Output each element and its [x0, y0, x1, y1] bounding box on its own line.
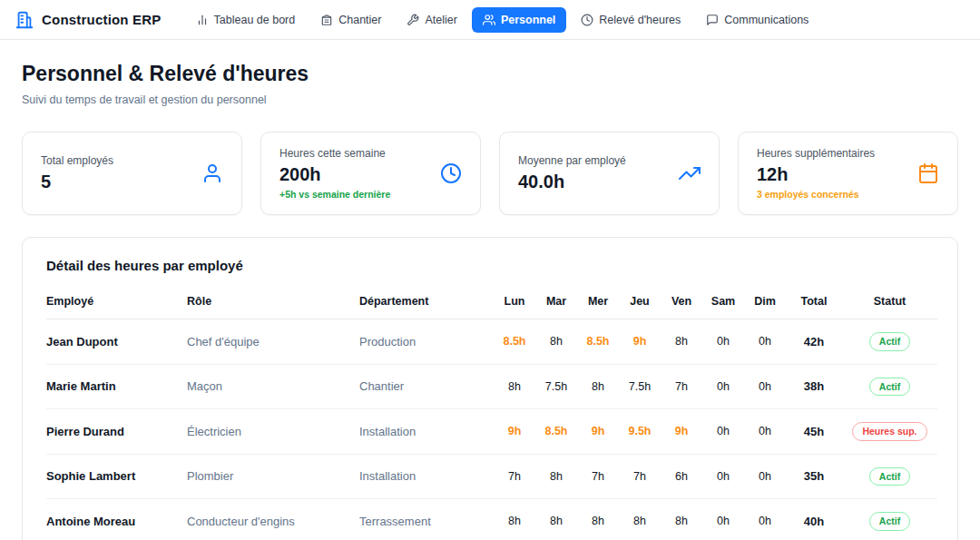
employee-total-hours: 38h: [786, 364, 842, 409]
app-brand: Construction ERP: [15, 10, 162, 30]
stat-label: Total employés: [41, 154, 113, 167]
day-hours-cell: 0h: [702, 319, 744, 365]
day-hours-cell: 7.5h: [535, 364, 577, 409]
status-cell: Actif: [842, 499, 937, 540]
day-hours-cell: 8h: [494, 499, 535, 540]
nav-item-label: Relevé d'heures: [599, 14, 681, 26]
day-hours-cell: 0h: [744, 499, 786, 540]
table-row: Antoine MoreauConducteur d'enginsTerrass…: [46, 499, 937, 540]
col-header-status: Statut: [842, 286, 937, 319]
building-icon: [15, 10, 34, 30]
stat-label: Heures cette semaine: [279, 147, 390, 160]
day-hours-cell: 8h: [577, 364, 619, 409]
nav-item-releve-d-heures[interactable]: Relevé d'heures: [570, 7, 691, 33]
nav-item-atelier[interactable]: Atelier: [396, 7, 467, 33]
day-hours-cell: 8h: [535, 454, 577, 499]
status-badge: Actif: [869, 512, 910, 531]
col-header-sun: Dim: [744, 286, 786, 319]
day-hours-cell: 8.5h: [577, 319, 619, 365]
page-title: Personnel & Relevé d'heures: [22, 62, 958, 86]
col-header-employee: Employé: [46, 286, 187, 319]
status-cell: Actif: [842, 319, 937, 365]
clock-icon: [440, 162, 462, 184]
day-hours-cell: 9.5h: [619, 409, 661, 455]
hours-detail-card: Détail des heures par employé Employé Rô…: [22, 237, 958, 540]
user-icon: [201, 162, 223, 184]
users-icon: [483, 14, 495, 26]
day-hours-cell: 9h: [577, 409, 619, 455]
day-hours-cell: 8h: [535, 499, 577, 540]
employee-role: Plombier: [187, 454, 359, 499]
table-title: Détail des heures par employé: [46, 258, 934, 273]
chat-icon: [706, 14, 719, 26]
employee-name: Antoine Moreau: [46, 499, 187, 540]
nav-item-tableau-de-bord[interactable]: Tableau de bord: [185, 7, 307, 33]
day-hours-cell: 8.5h: [494, 319, 535, 365]
day-hours-cell: 8h: [577, 499, 619, 540]
employee-table-body: Jean DupontChef d'équipeProduction8.5h8h…: [46, 319, 937, 540]
employee-department: Terrassement: [359, 499, 494, 540]
employee-department: Production: [359, 319, 494, 365]
day-hours-cell: 8h: [535, 319, 577, 365]
employee-total-hours: 40h: [786, 499, 842, 540]
day-hours-cell: 0h: [702, 409, 744, 455]
employee-total-hours: 42h: [786, 319, 842, 365]
day-hours-cell: 0h: [702, 499, 744, 540]
top-nav-bar: Construction ERP Tableau de bord Chantie…: [0, 0, 980, 40]
employee-hours-table: Employé Rôle Département Lun Mar Mer Jeu…: [46, 286, 937, 540]
day-hours-cell: 0h: [744, 364, 786, 409]
nav-item-label: Personnel: [501, 14, 555, 26]
table-row: Jean DupontChef d'équipeProduction8.5h8h…: [46, 319, 937, 365]
col-header-department: Département: [359, 286, 494, 319]
trending-up-icon: [679, 162, 701, 184]
employee-name: Marie Martin: [46, 364, 187, 409]
stat-card-average-per-employee: Moyenne par employé 40.0h: [499, 132, 720, 215]
nav-item-label: Tableau de bord: [214, 14, 296, 26]
wrench-icon: [407, 14, 419, 26]
employee-name: Jean Dupont: [46, 319, 187, 365]
employee-department: Installation: [359, 409, 494, 455]
table-row: Pierre DurandÉlectricienInstallation9h8.…: [46, 409, 937, 455]
stat-value: 5: [41, 172, 113, 192]
building-icon: [320, 14, 333, 26]
day-hours-cell: 8h: [661, 319, 702, 365]
stats-row: Total employés 5 Heures cette semaine 20…: [22, 132, 958, 215]
status-cell: Actif: [842, 454, 937, 499]
employee-role: Maçon: [187, 364, 359, 409]
employee-name: Sophie Lambert: [46, 454, 187, 499]
status-cell: Heures sup.: [842, 409, 937, 455]
employee-total-hours: 45h: [786, 409, 842, 455]
col-header-total: Total: [786, 286, 842, 319]
col-header-sat: Sam: [702, 286, 744, 319]
table-header-row: Employé Rôle Département Lun Mar Mer Jeu…: [46, 286, 937, 319]
day-hours-cell: 9h: [619, 319, 661, 365]
page-subtitle: Suivi du temps de travail et gestion du …: [22, 93, 958, 106]
day-hours-cell: 0h: [702, 364, 744, 409]
day-hours-cell: 7h: [661, 364, 702, 409]
day-hours-cell: 8h: [619, 499, 661, 540]
employee-role: Électricien: [187, 409, 359, 455]
status-cell: Actif: [842, 364, 937, 409]
clock-icon: [581, 14, 593, 26]
day-hours-cell: 7h: [577, 454, 619, 499]
stat-card-hours-this-week: Heures cette semaine 200h +5h vs semaine…: [260, 132, 481, 215]
stat-value: 200h: [279, 164, 390, 185]
stat-card-total-employees: Total employés 5: [22, 132, 242, 215]
app-title: Construction ERP: [42, 12, 162, 27]
day-hours-cell: 6h: [661, 454, 702, 499]
stat-note: +5h vs semaine dernière: [279, 189, 390, 200]
main-content: Personnel & Relevé d'heures Suivi du tem…: [0, 62, 980, 540]
employee-role: Conducteur d'engins: [187, 499, 359, 540]
stat-card-overtime-hours: Heures supplémentaires 12h 3 employés co…: [738, 132, 958, 215]
day-hours-cell: 7h: [619, 454, 661, 499]
status-badge: Heures sup.: [852, 422, 926, 441]
day-hours-cell: 9h: [494, 409, 535, 455]
day-hours-cell: 7.5h: [619, 364, 661, 409]
nav-item-chantier[interactable]: Chantier: [309, 7, 392, 33]
employee-department: Installation: [359, 454, 494, 499]
day-hours-cell: 0h: [702, 454, 744, 499]
employee-name: Pierre Durand: [46, 409, 187, 455]
nav-item-personnel[interactable]: Personnel: [472, 7, 566, 33]
col-header-wed: Mer: [577, 286, 619, 319]
nav-item-communications[interactable]: Communications: [695, 7, 819, 33]
